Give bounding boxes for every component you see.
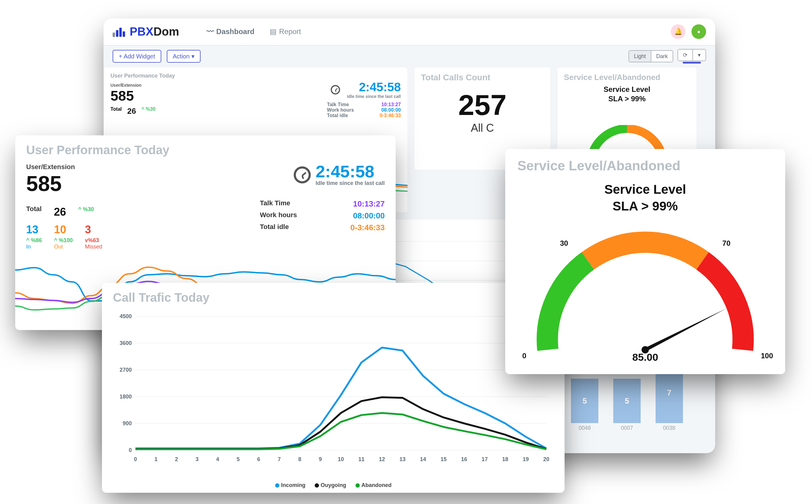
clock-icon — [331, 85, 340, 94]
status-button[interactable]: ● — [692, 24, 706, 39]
sla-line1: Service Level — [564, 85, 690, 94]
svg-text:7: 7 — [277, 456, 280, 462]
chevron-down-icon: ▾ — [698, 52, 701, 58]
svg-text:13: 13 — [399, 456, 405, 462]
svg-text:1: 1 — [154, 456, 157, 462]
idle-time: 2:45:58 — [315, 163, 385, 180]
bar-chart: 500485000770038 — [564, 370, 690, 431]
bar-label: 0048 — [579, 425, 591, 431]
svg-text:15: 15 — [441, 456, 447, 462]
user-ext-label: User/Extension — [110, 83, 321, 88]
bar-label: 0007 — [621, 425, 633, 431]
gauge-value: 85.00 — [505, 351, 785, 363]
user-ext-label: User/Extension — [26, 163, 260, 171]
extension-number: 585 — [26, 172, 260, 196]
clock-icon — [294, 166, 311, 183]
total-calls-value: 257 — [421, 89, 544, 122]
theme-segment: Light Dark — [629, 50, 673, 62]
document-icon: ▤ — [270, 27, 277, 36]
svg-text:5: 5 — [236, 456, 239, 462]
svg-rect-3 — [123, 31, 125, 37]
gauge: 0 30 70 100 85.00 — [505, 225, 785, 365]
refresh-button[interactable]: ⟳ — [678, 50, 693, 61]
tick-70: 70 — [722, 239, 730, 248]
card-title: Total Calls Count — [421, 73, 544, 82]
sla-line2: SLA > 99% — [518, 198, 773, 215]
in-label: In — [26, 244, 42, 250]
svg-text:14: 14 — [420, 456, 426, 462]
header-right: 🔔 ● — [671, 24, 706, 39]
toolbar: + Add Widget Action ▾ Light Dark ⟳ ▾ — [103, 46, 715, 67]
bar: 5 — [613, 379, 641, 423]
total-value: 26 — [127, 106, 136, 116]
card-call-traffic-float: Call Trafic Today 0900180027003600450001… — [102, 283, 565, 493]
svg-text:0: 0 — [134, 456, 137, 462]
svg-rect-2 — [119, 28, 122, 37]
svg-text:11: 11 — [358, 456, 364, 462]
total-label: Total — [110, 106, 122, 116]
gauge-svg — [524, 228, 767, 362]
svg-text:9: 9 — [319, 456, 322, 462]
miss-pct: v%63 — [85, 237, 102, 244]
refresh-icon: ⟳ — [683, 52, 688, 58]
logo-bars-icon — [113, 26, 128, 37]
miss-value: 3 — [85, 223, 102, 236]
active-tab-underline — [683, 62, 701, 64]
extension-number: 585 — [110, 88, 321, 104]
card-title: Service Level/Abandoned — [518, 158, 773, 173]
dot-icon: ● — [697, 29, 701, 35]
svg-text:900: 900 — [123, 420, 132, 426]
svg-text:18: 18 — [502, 456, 508, 462]
total-value: 26 — [54, 206, 66, 218]
theme-dark-button[interactable]: Dark — [651, 51, 673, 62]
bar: 5 — [571, 379, 598, 423]
card-title: Service Level/Abandoned — [564, 73, 690, 82]
svg-text:1800: 1800 — [120, 394, 132, 400]
refresh-menu-button[interactable]: ▾ — [693, 50, 706, 61]
out-pct: ^ %100 — [54, 237, 73, 244]
svg-text:4500: 4500 — [120, 313, 132, 319]
sla-line2: SLA > 99% — [564, 94, 690, 103]
svg-text:10: 10 — [338, 456, 344, 462]
legend: Incoming Ouygoing Abandoned — [102, 482, 565, 488]
theme-light-button[interactable]: Light — [629, 51, 651, 62]
card-sla-float: Service Level/Abandoned Service Level SL… — [505, 149, 785, 374]
in-pct: ^ %86 — [26, 237, 42, 244]
traffic-chart: 0900180027003600450001234567891011121314… — [114, 313, 552, 465]
svg-text:8: 8 — [298, 456, 301, 462]
in-value: 13 — [26, 223, 42, 236]
nav-report[interactable]: ▤ Report — [270, 27, 301, 36]
miss-label: Missed — [85, 244, 102, 250]
svg-point-4 — [113, 35, 115, 37]
nav-links: 〰 Dashboard ▤ Report — [207, 27, 301, 36]
svg-text:6: 6 — [257, 456, 260, 462]
total-calls-sub: All C — [421, 122, 544, 134]
idle-time: 2:45:58 — [347, 80, 401, 94]
svg-text:3600: 3600 — [120, 340, 132, 346]
svg-marker-44 — [644, 307, 727, 351]
svg-text:4: 4 — [216, 456, 219, 462]
svg-rect-1 — [116, 30, 118, 37]
total-pct: ^ %30 — [78, 206, 94, 213]
card-title: User Performance Today — [110, 73, 401, 79]
refresh-segment: ⟳ ▾ — [678, 49, 706, 61]
nav-dashboard[interactable]: 〰 Dashboard — [207, 27, 254, 36]
svg-text:16: 16 — [461, 456, 467, 462]
bar-label: 0038 — [663, 425, 675, 431]
svg-text:2700: 2700 — [120, 367, 132, 373]
legend-dot-outgoing-icon — [315, 483, 319, 488]
sla-line1: Service Level — [518, 181, 773, 198]
svg-text:19: 19 — [523, 456, 529, 462]
add-widget-button[interactable]: + Add Widget — [113, 50, 161, 63]
bell-icon: 🔔 — [674, 28, 682, 36]
pulse-icon: 〰 — [207, 27, 214, 36]
svg-text:2: 2 — [175, 456, 178, 462]
idle-sub: Idle time since the last call — [347, 94, 401, 99]
svg-text:0: 0 — [129, 447, 132, 453]
card-title: User Performance Today — [26, 143, 385, 157]
svg-text:12: 12 — [379, 456, 385, 462]
notifications-button[interactable]: 🔔 — [671, 24, 685, 39]
action-dropdown[interactable]: Action ▾ — [167, 50, 201, 63]
svg-text:20: 20 — [543, 456, 549, 462]
brand-logo: PBXDom — [113, 25, 179, 38]
